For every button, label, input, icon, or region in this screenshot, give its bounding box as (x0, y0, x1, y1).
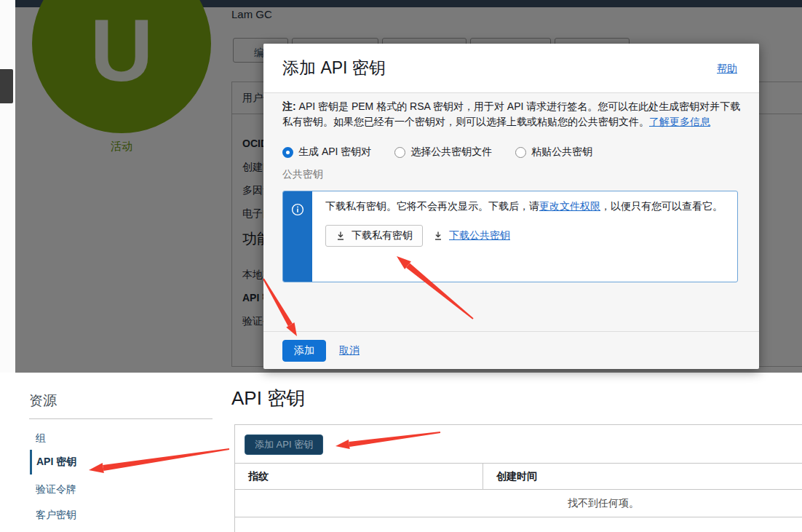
download-info-box: 下载私有密钥。它将不会再次显示。下载后，请更改文件权限，以便只有您可以查看它。 … (282, 191, 738, 282)
public-key-label: 公共密钥 (282, 168, 323, 181)
radio-icon (394, 147, 405, 158)
add-api-key-dialog: 添加 API 密钥 帮助 注: API 密钥是 PEM 格式的 RSA 密钥对，… (263, 44, 759, 369)
resources-heading: 资源 (29, 392, 57, 410)
download-icon (336, 231, 346, 241)
radio-icon (515, 147, 526, 158)
download-private-key-button[interactable]: 下载私有密钥 (325, 225, 423, 247)
table-empty-message: 找不到任何项。 (235, 490, 802, 517)
resources-divider (29, 418, 213, 419)
dialog-note: 注: API 密钥是 PEM 格式的 RSA 密钥对，用于对 API 请求进行签… (282, 99, 744, 130)
api-keys-heading: API 密钥 (231, 386, 305, 411)
radio-paste-public-key[interactable]: 粘贴公共密钥 (515, 146, 592, 159)
info-icon (291, 203, 304, 216)
download-private-key-label: 下载私有密钥 (352, 229, 413, 242)
column-created: 创建时间 (483, 464, 537, 489)
dialog-footer: 添加 取消 (263, 331, 759, 369)
download-public-key-label[interactable]: 下载公共密钥 (449, 229, 510, 242)
download-public-key-link[interactable]: 下载公共密钥 (433, 229, 510, 242)
dialog-title: 添加 API 密钥 (282, 57, 386, 79)
add-button[interactable]: 添加 (282, 340, 326, 362)
info-strip (283, 191, 312, 282)
radio-selected-icon (282, 147, 293, 158)
radio-choose-public-key-file[interactable]: 选择公共密钥文件 (394, 146, 492, 159)
sidebar-item-groups[interactable]: 组 (30, 432, 46, 445)
info-content: 下载私有密钥。它将不会再次显示。下载后，请更改文件权限，以便只有您可以查看它。 … (312, 191, 737, 282)
radio-label: 生成 API 密钥对 (298, 146, 371, 159)
add-api-key-button[interactable]: 添加 API 密钥 (245, 434, 323, 455)
sidebar-item-api-keys[interactable]: API 密钥 (30, 450, 76, 475)
dialog-header: 添加 API 密钥 帮助 (263, 44, 759, 93)
key-source-radios: 生成 API 密钥对 选择公共密钥文件 粘贴公共密钥 (282, 146, 592, 159)
learn-more-link[interactable]: 了解更多信息 (649, 116, 710, 127)
api-keys-table: 指纹 创建时间 找不到任何项。 (235, 463, 802, 517)
radio-label: 粘贴公共密钥 (531, 146, 592, 159)
api-keys-panel: 添加 API 密钥 指纹 创建时间 找不到任何项。 (234, 424, 802, 532)
sidebar-item-customer-secret-keys[interactable]: 客户密钥 (30, 509, 76, 522)
note-prefix: 注: (282, 100, 296, 112)
screenshot-root: U 活动 Lam GC 编辑 用户信息 OCID: 创建时间: 多因素认证: 电… (0, 0, 802, 532)
sidebar-item-auth-tokens[interactable]: 验证令牌 (30, 483, 76, 496)
table-header-row: 指纹 创建时间 (235, 463, 802, 490)
info-text-after: ，以便只有您可以查看它。 (600, 200, 723, 212)
download-buttons-row: 下载私有密钥 下载公共密钥 (325, 225, 727, 247)
radio-label: 选择公共密钥文件 (410, 146, 492, 159)
change-permissions-link[interactable]: 更改文件权限 (539, 200, 600, 212)
page-lower-section: 资源 组 API 密钥 验证令牌 客户密钥 API 密钥 添加 API 密钥 指… (0, 373, 802, 532)
side-handle (0, 69, 13, 103)
info-text: 下载私有密钥。它将不会再次显示。下载后，请 (325, 200, 539, 212)
column-fingerprint: 指纹 (235, 464, 483, 489)
download-icon (433, 231, 443, 241)
radio-generate-key-pair[interactable]: 生成 API 密钥对 (282, 146, 371, 159)
cancel-link[interactable]: 取消 (339, 344, 360, 357)
help-link[interactable]: 帮助 (717, 63, 737, 76)
